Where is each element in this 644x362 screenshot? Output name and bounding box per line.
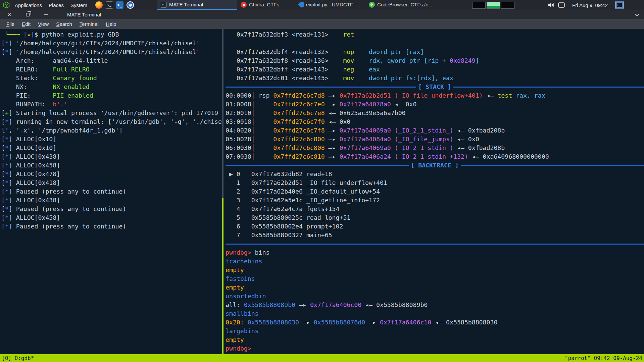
context-section-label: [ BACKTRACE ] bbox=[409, 161, 460, 170]
context-section-header: [ STACK ] bbox=[226, 83, 644, 91]
tmux-host-datetime: "parrot" 09:42 09-Aug-24 bbox=[565, 354, 642, 362]
menu-item-file[interactable]: File bbox=[3, 21, 18, 27]
terminal-line: 01:0008│ 0x7ffd27c6c7e0 —▸ 0x7f17a64078a… bbox=[226, 100, 644, 109]
menu-item-view[interactable]: View bbox=[34, 21, 52, 27]
terminal-line: 04:0020│ 0x7ffd27c6c7f8 —▸ 0x7f17a64069a… bbox=[226, 126, 644, 135]
menu-item-edit[interactable]: Edit bbox=[18, 21, 34, 27]
tmux-statusbar: [0] 0:gdb* "parrot" 09:42 09-Aug-24 bbox=[0, 354, 644, 362]
terminal-line: empty bbox=[226, 283, 644, 292]
terminal-line: Stack: Canary found bbox=[1, 74, 222, 83]
screenshot-tool-icon[interactable]: >_ bbox=[615, 1, 624, 9]
terminal-line: RUNPATH: b'.' bbox=[1, 100, 222, 109]
vscode-icon bbox=[298, 2, 304, 8]
panel-menu-applications[interactable]: Applications bbox=[11, 0, 45, 10]
terminal-line: 4 0x7f17a62a4c7a fgets+154 bbox=[226, 205, 644, 213]
terminal-line: smallbins bbox=[226, 309, 644, 318]
terminal-line: 2 0x7f17a62b40e6 _IO_default_uflow+54 bbox=[226, 187, 644, 196]
terminal-icon: >_ bbox=[161, 2, 167, 8]
chevron-down-icon[interactable] bbox=[635, 12, 639, 16]
panel-menu-places[interactable]: Places bbox=[45, 0, 67, 10]
terminal-line: 05:0028│ 0x7ffd27c6c800 —▸ 0x7f17a64084a… bbox=[226, 135, 644, 144]
terminal-line: [*] ALLOC[0x10] bbox=[1, 135, 222, 144]
psi-app-icon[interactable]: Ψ bbox=[127, 1, 134, 9]
tmux-session-window: [0] 0:gdb* bbox=[2, 354, 34, 362]
firefox-icon[interactable] bbox=[95, 1, 103, 9]
terminal-line: 7 0x5585b8800327 main+65 bbox=[226, 231, 644, 240]
panel-menu-system[interactable]: System bbox=[67, 0, 91, 10]
volume-icon[interactable] bbox=[548, 2, 555, 8]
context-section-label: [ STACK ] bbox=[416, 83, 453, 91]
ghidra-icon bbox=[241, 2, 247, 8]
terminal-line: [*] ALLOC[0x478] bbox=[1, 170, 222, 178]
maximize-icon bbox=[26, 13, 30, 16]
terminal-line: fastbins bbox=[226, 274, 644, 283]
terminal-line: [*] ALLOC[0x418] bbox=[1, 178, 222, 187]
terminal-line: pwndbg> bbox=[226, 344, 644, 353]
terminal-line: 6 0x5585b88002e4 prompt+102 bbox=[226, 222, 644, 231]
terminal-line: [*] ALLOC[0x458] bbox=[1, 213, 222, 222]
terminal-line: 00:0000│ rsp 0x7ffd27c6c7d8 —▸ 0x7f17a62… bbox=[226, 91, 644, 100]
menu-item-search[interactable]: Search bbox=[52, 21, 76, 27]
terminal-line: [*] '/home/halcyon/git/CTFs/2024/UMDCTF/… bbox=[1, 39, 222, 48]
workspace-thumbnail[interactable] bbox=[501, 2, 514, 9]
terminal-line: empty bbox=[226, 335, 644, 344]
context-section-header: [ BACKTRACE ] bbox=[226, 161, 644, 170]
taskbar-item-label: MATE Terminal bbox=[169, 2, 203, 7]
terminal-line: 0x7f17a632dc01 <read+145> mov dword ptr … bbox=[226, 74, 644, 83]
terminal-menubar: File Edit View Search Terminal Help bbox=[0, 19, 644, 29]
window-title: MATE Terminal bbox=[67, 12, 101, 17]
terminal-line: 5 0x5585b880025c read_long+51 bbox=[226, 213, 644, 222]
terminal-line: [*] Paused (press any to continue) bbox=[1, 205, 222, 213]
exploit-output-pane[interactable]: └──╼ [★]$ python exploit.py GDB[*] '/hom… bbox=[0, 29, 222, 354]
taskbar-item[interactable]: exploit.py - UMDCTF -... bbox=[294, 0, 365, 10]
taskbar-item[interactable]: Ghidra: CTFs bbox=[237, 0, 294, 10]
maximize-button[interactable] bbox=[23, 10, 32, 19]
terminal-icon[interactable]: >_ bbox=[106, 1, 113, 9]
taskbar-item[interactable]: >_MATE Terminal bbox=[157, 0, 237, 10]
terminal-line: 0x7f17a632dbf3 <read+131> ret bbox=[226, 30, 644, 39]
display-icon[interactable] bbox=[558, 2, 565, 8]
top-panel: Applications Places System >_>_Ψ >_MATE … bbox=[0, 0, 644, 10]
terminal-line: 1 0x7f17a62b2d51 _IO_file_underflow+401 bbox=[226, 178, 644, 187]
terminal-line: all: 0x5585b88089b0 —▸ 0x7f17a6406c00 ◂—… bbox=[226, 301, 644, 309]
terminal-line: largebins bbox=[226, 327, 644, 335]
terminal-line: [+] Starting local process '/usr/bin/gdb… bbox=[1, 109, 222, 117]
terminal-line: PIE: PIE enabled bbox=[1, 91, 222, 100]
codebrowser-icon bbox=[369, 2, 375, 8]
menu-item-terminal[interactable]: Terminal bbox=[76, 21, 102, 27]
terminal-line: [*] '/home/halcyon/git/CTFs/2024/UMDCTF/… bbox=[1, 48, 222, 56]
terminal-line: 0x7f17a632dbff <read+143> neg eax bbox=[226, 65, 644, 74]
distro-cube-icon[interactable] bbox=[3, 1, 10, 9]
context-divider bbox=[226, 240, 644, 248]
workspace-switcher bbox=[472, 2, 514, 9]
terminal-line: [*] ALLOC[0x438] bbox=[1, 152, 222, 161]
terminal-line: pwndbg> bins bbox=[226, 248, 644, 257]
clock[interactable]: Fri Aug 9, 09:42 bbox=[572, 2, 608, 8]
terminal-line: RELRO: Full RELRO bbox=[1, 65, 222, 74]
terminal-line: └──╼ [★]$ python exploit.py GDB bbox=[1, 30, 222, 39]
terminal-line: 3 0x7f17a62a5e1c _IO_getline_info+172 bbox=[226, 196, 644, 205]
minimize-button[interactable] bbox=[41, 10, 50, 19]
terminal-line: [*] ALLOC[0x458] bbox=[1, 161, 222, 170]
close-button[interactable]: × bbox=[5, 10, 14, 19]
terminal-line: 0x7f17a632dbf4 <read+132> nop dword ptr … bbox=[226, 48, 644, 56]
terminal-line bbox=[226, 39, 644, 48]
terminal-line: ▶ 0 0x7f17a632db82 read+18 bbox=[226, 170, 644, 178]
launcher-bar: >_>_Ψ bbox=[95, 1, 134, 9]
gdb-pwndbg-pane[interactable]: 0x7f17a632dbf3 <read+131> ret 0x7f17a632… bbox=[224, 29, 644, 354]
terminal-line: 03:0018│ 0x7ffd27c6c7f0 ◂— 0x0 bbox=[226, 117, 644, 126]
menu-item-help[interactable]: Help bbox=[102, 21, 120, 27]
taskbar-item[interactable]: CodeBrowser: CTFs:/c... bbox=[365, 0, 441, 10]
minimize-icon bbox=[44, 14, 48, 15]
terminal-line: 07:0038│ 0x7ffd27c6c810 —▸ 0x7f17a6406a2… bbox=[226, 152, 644, 161]
terminal-line: [*] ALLOC[0x10] bbox=[1, 144, 222, 152]
terminal-line: [*] Paused (press any to continue) bbox=[1, 222, 222, 231]
powershell-icon[interactable]: >_ bbox=[116, 1, 123, 9]
terminal-line: 06:0030│ 0x7ffd27c6c808 —▸ 0x7f17a64069a… bbox=[226, 144, 644, 152]
workspace-thumbnail[interactable] bbox=[472, 2, 486, 9]
system-tray: Fri Aug 9, 09:42 >_ bbox=[548, 1, 641, 9]
workspace-thumbnail[interactable] bbox=[487, 2, 500, 9]
terminal-line: empty bbox=[226, 266, 644, 274]
terminal-line: [*] Paused (press any to continue) bbox=[1, 187, 222, 196]
terminal-line: 0x7f17a632dbf8 <read+136> mov rdx, qword… bbox=[226, 56, 644, 65]
